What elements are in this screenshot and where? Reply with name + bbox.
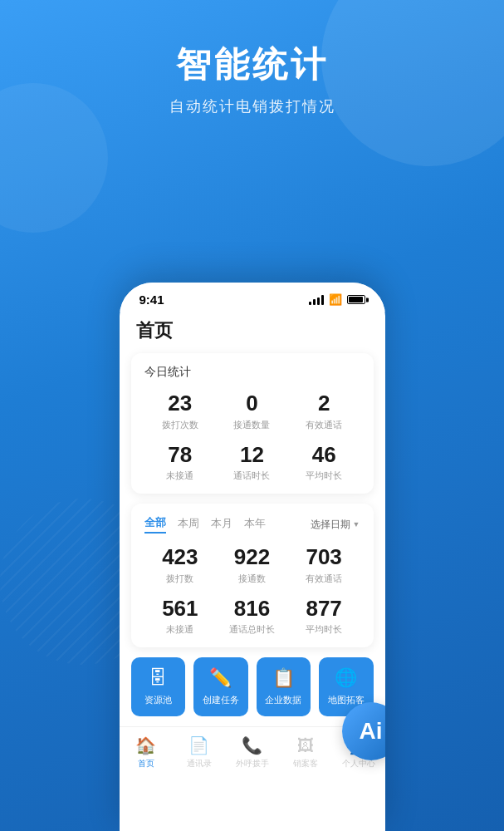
stat-dial-count-label: 拨打次数 bbox=[144, 419, 217, 431]
all-stat-avg-duration-label: 平均时长 bbox=[288, 623, 360, 636]
date-picker[interactable]: 选择日期 ▼ bbox=[311, 518, 360, 532]
all-stat-total-duration-label: 通话总时长 bbox=[216, 623, 288, 636]
stat-dial-count-value: 23 bbox=[144, 391, 217, 416]
stat-missed-value: 78 bbox=[144, 443, 217, 467]
all-stat-connected-label: 接通数 bbox=[216, 573, 288, 585]
status-icons: 📶 bbox=[309, 293, 365, 306]
all-stat-effective-label: 有效通话 bbox=[288, 573, 360, 585]
all-stat-connected-value: 922 bbox=[216, 545, 288, 569]
nav-item-contacts[interactable]: 📄 通讯录 bbox=[173, 735, 226, 770]
period-tabs: 全部 本周 本月 本年 选择日期 ▼ bbox=[144, 515, 360, 534]
stat-effective-calls-label: 有效通话 bbox=[288, 419, 360, 431]
nav-home-label: 首页 bbox=[138, 758, 154, 770]
ai-label: Ai bbox=[360, 718, 383, 745]
all-stat-avg-duration-value: 877 bbox=[288, 597, 360, 621]
stat-effective-calls: 2 有效通话 bbox=[288, 391, 360, 431]
nav-item-outbound[interactable]: 📞 外呼拨手 bbox=[226, 735, 279, 770]
enterprise-data-icon: 📋 bbox=[272, 667, 295, 689]
today-stats-title: 今日统计 bbox=[144, 365, 360, 380]
stat-avg-duration: 46 平均时长 bbox=[288, 443, 360, 483]
stat-avg-duration-value: 46 bbox=[288, 443, 360, 467]
wifi-icon: 📶 bbox=[329, 293, 342, 306]
tab-all[interactable]: 全部 bbox=[144, 515, 166, 534]
all-stat-total-duration-value: 816 bbox=[216, 597, 288, 621]
stat-call-duration-value: 12 bbox=[216, 443, 288, 467]
all-stat-dial-label: 拨打数 bbox=[144, 573, 217, 585]
phone-mockup: 9:41 📶 首页 今日统计 23 bbox=[120, 283, 385, 831]
stat-connected-count: 0 接通数量 bbox=[216, 391, 288, 431]
all-stat-missed-value: 561 bbox=[144, 597, 217, 621]
hero-section: 智能统计 自动统计电销拨打情况 bbox=[0, 0, 504, 141]
stat-connected-count-value: 0 bbox=[216, 391, 288, 416]
all-stat-effective: 703 有效通话 bbox=[288, 545, 360, 585]
page-title: 首页 bbox=[120, 312, 385, 353]
all-stat-avg-duration: 877 平均时长 bbox=[288, 597, 360, 637]
action-resource-pool-label: 资源池 bbox=[144, 694, 172, 706]
all-stat-missed: 561 未接通 bbox=[144, 597, 217, 637]
nav-contacts-label: 通讯录 bbox=[187, 758, 212, 770]
stat-dial-count: 23 拨打次数 bbox=[144, 391, 217, 431]
phone-screen: 9:41 📶 首页 今日统计 23 bbox=[120, 283, 385, 831]
quick-actions: 🗄 资源池 ✏️ 创建任务 📋 企业数据 🌐 地图拓客 bbox=[131, 657, 374, 716]
tab-year[interactable]: 本年 bbox=[244, 516, 266, 533]
today-stats-card: 今日统计 23 拨打次数 0 接通数量 2 有效通话 78 未接 bbox=[131, 353, 374, 494]
all-stat-dial-value: 423 bbox=[144, 545, 217, 569]
stat-call-duration: 12 通话时长 bbox=[216, 443, 288, 483]
nav-item-cases[interactable]: 🖼 销案客 bbox=[279, 736, 332, 770]
nav-outbound-label: 外呼拨手 bbox=[236, 758, 269, 770]
date-picker-label: 选择日期 bbox=[311, 518, 350, 532]
resource-pool-icon: 🗄 bbox=[149, 667, 167, 689]
all-stat-missed-label: 未接通 bbox=[144, 623, 217, 636]
hero-subtitle: 自动统计电销拨打情况 bbox=[0, 96, 504, 116]
status-time: 9:41 bbox=[139, 293, 164, 307]
hero-title: 智能统计 bbox=[0, 42, 504, 88]
all-stat-effective-value: 703 bbox=[288, 545, 360, 569]
action-enterprise-data[interactable]: 📋 企业数据 bbox=[257, 657, 311, 716]
tab-month[interactable]: 本月 bbox=[211, 516, 232, 533]
stat-avg-duration-label: 平均时长 bbox=[288, 470, 360, 482]
stat-missed: 78 未接通 bbox=[144, 443, 217, 483]
create-task-icon: ✏️ bbox=[209, 667, 232, 689]
battery-icon bbox=[347, 295, 365, 304]
nav-cases-label: 销案客 bbox=[293, 758, 318, 770]
outbound-icon: 📞 bbox=[242, 735, 262, 755]
all-stats-grid: 423 拨打数 922 接通数 703 有效通话 561 未接通 816 通 bbox=[144, 545, 360, 636]
map-expand-icon: 🌐 bbox=[335, 667, 357, 689]
tab-week[interactable]: 本周 bbox=[178, 516, 199, 533]
cases-icon: 🖼 bbox=[297, 736, 314, 755]
all-stat-dial: 423 拨打数 bbox=[144, 545, 217, 585]
contacts-icon: 📄 bbox=[188, 735, 209, 755]
action-create-task[interactable]: ✏️ 创建任务 bbox=[193, 657, 248, 716]
signal-icon bbox=[309, 295, 324, 305]
stat-missed-label: 未接通 bbox=[144, 470, 217, 482]
chevron-down-icon: ▼ bbox=[353, 520, 360, 529]
action-resource-pool[interactable]: 🗄 资源池 bbox=[131, 657, 186, 716]
stat-call-duration-label: 通话时长 bbox=[216, 470, 288, 482]
all-stats-card: 全部 本周 本月 本年 选择日期 ▼ 423 拨打数 922 接通数 bbox=[131, 504, 374, 647]
today-stats-grid: 23 拨打次数 0 接通数量 2 有效通话 78 未接通 12 bbox=[144, 391, 360, 482]
home-icon: 🏠 bbox=[135, 735, 156, 755]
all-stat-total-duration: 816 通话总时长 bbox=[216, 597, 288, 637]
action-create-task-label: 创建任务 bbox=[203, 694, 239, 706]
action-enterprise-data-label: 企业数据 bbox=[265, 694, 301, 706]
all-stat-connected: 922 接通数 bbox=[216, 545, 288, 585]
stat-effective-calls-value: 2 bbox=[288, 391, 360, 416]
stat-connected-count-label: 接通数量 bbox=[216, 419, 288, 431]
status-bar: 9:41 📶 bbox=[120, 283, 385, 312]
nav-item-home[interactable]: 🏠 首页 bbox=[120, 735, 173, 770]
